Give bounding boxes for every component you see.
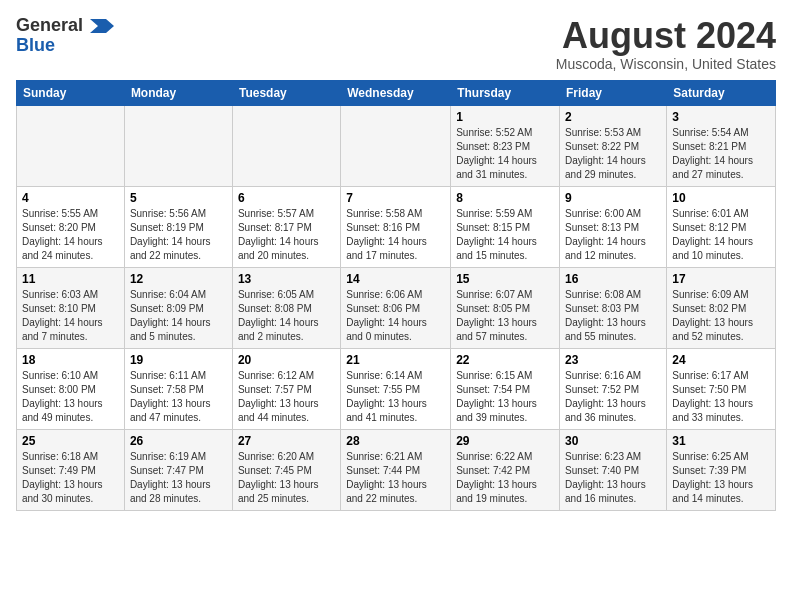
- calendar-cell: [17, 105, 125, 186]
- day-number: 24: [672, 353, 770, 367]
- calendar-cell: 27Sunrise: 6:20 AM Sunset: 7:45 PM Dayli…: [232, 429, 340, 510]
- day-number: 23: [565, 353, 661, 367]
- calendar-cell: [232, 105, 340, 186]
- day-info: Sunrise: 6:04 AM Sunset: 8:09 PM Dayligh…: [130, 288, 227, 344]
- day-info: Sunrise: 5:59 AM Sunset: 8:15 PM Dayligh…: [456, 207, 554, 263]
- day-info: Sunrise: 5:52 AM Sunset: 8:23 PM Dayligh…: [456, 126, 554, 182]
- day-number: 27: [238, 434, 335, 448]
- day-number: 3: [672, 110, 770, 124]
- day-number: 14: [346, 272, 445, 286]
- day-info: Sunrise: 6:03 AM Sunset: 8:10 PM Dayligh…: [22, 288, 119, 344]
- calendar-cell: 18Sunrise: 6:10 AM Sunset: 8:00 PM Dayli…: [17, 348, 125, 429]
- logo-blue: Blue: [16, 36, 55, 56]
- day-number: 17: [672, 272, 770, 286]
- logo-text: General: [16, 16, 114, 36]
- logo: General Blue: [16, 16, 114, 56]
- day-info: Sunrise: 6:25 AM Sunset: 7:39 PM Dayligh…: [672, 450, 770, 506]
- day-number: 31: [672, 434, 770, 448]
- day-header-thursday: Thursday: [451, 80, 560, 105]
- day-header-wednesday: Wednesday: [341, 80, 451, 105]
- calendar-cell: 1Sunrise: 5:52 AM Sunset: 8:23 PM Daylig…: [451, 105, 560, 186]
- day-info: Sunrise: 5:57 AM Sunset: 8:17 PM Dayligh…: [238, 207, 335, 263]
- day-number: 5: [130, 191, 227, 205]
- day-number: 6: [238, 191, 335, 205]
- calendar-cell: 19Sunrise: 6:11 AM Sunset: 7:58 PM Dayli…: [124, 348, 232, 429]
- day-info: Sunrise: 6:09 AM Sunset: 8:02 PM Dayligh…: [672, 288, 770, 344]
- calendar-header-row: SundayMondayTuesdayWednesdayThursdayFrid…: [17, 80, 776, 105]
- day-info: Sunrise: 6:14 AM Sunset: 7:55 PM Dayligh…: [346, 369, 445, 425]
- day-number: 21: [346, 353, 445, 367]
- day-info: Sunrise: 6:05 AM Sunset: 8:08 PM Dayligh…: [238, 288, 335, 344]
- calendar-cell: 2Sunrise: 5:53 AM Sunset: 8:22 PM Daylig…: [560, 105, 667, 186]
- day-info: Sunrise: 6:07 AM Sunset: 8:05 PM Dayligh…: [456, 288, 554, 344]
- day-info: Sunrise: 6:00 AM Sunset: 8:13 PM Dayligh…: [565, 207, 661, 263]
- day-info: Sunrise: 6:21 AM Sunset: 7:44 PM Dayligh…: [346, 450, 445, 506]
- day-number: 4: [22, 191, 119, 205]
- day-info: Sunrise: 6:08 AM Sunset: 8:03 PM Dayligh…: [565, 288, 661, 344]
- svg-marker-0: [90, 19, 114, 33]
- calendar-week-row: 18Sunrise: 6:10 AM Sunset: 8:00 PM Dayli…: [17, 348, 776, 429]
- day-number: 18: [22, 353, 119, 367]
- day-number: 29: [456, 434, 554, 448]
- calendar-cell: 14Sunrise: 6:06 AM Sunset: 8:06 PM Dayli…: [341, 267, 451, 348]
- calendar-cell: 28Sunrise: 6:21 AM Sunset: 7:44 PM Dayli…: [341, 429, 451, 510]
- calendar-cell: [341, 105, 451, 186]
- day-number: 19: [130, 353, 227, 367]
- calendar-cell: 20Sunrise: 6:12 AM Sunset: 7:57 PM Dayli…: [232, 348, 340, 429]
- calendar-cell: 8Sunrise: 5:59 AM Sunset: 8:15 PM Daylig…: [451, 186, 560, 267]
- day-number: 22: [456, 353, 554, 367]
- day-number: 1: [456, 110, 554, 124]
- calendar-cell: 4Sunrise: 5:55 AM Sunset: 8:20 PM Daylig…: [17, 186, 125, 267]
- day-header-friday: Friday: [560, 80, 667, 105]
- month-year: August 2024: [556, 16, 776, 56]
- day-number: 25: [22, 434, 119, 448]
- title-block: August 2024 Muscoda, Wisconsin, United S…: [556, 16, 776, 72]
- calendar-cell: 16Sunrise: 6:08 AM Sunset: 8:03 PM Dayli…: [560, 267, 667, 348]
- calendar-cell: 6Sunrise: 5:57 AM Sunset: 8:17 PM Daylig…: [232, 186, 340, 267]
- day-info: Sunrise: 6:18 AM Sunset: 7:49 PM Dayligh…: [22, 450, 119, 506]
- day-info: Sunrise: 6:01 AM Sunset: 8:12 PM Dayligh…: [672, 207, 770, 263]
- calendar-cell: 11Sunrise: 6:03 AM Sunset: 8:10 PM Dayli…: [17, 267, 125, 348]
- calendar-table: SundayMondayTuesdayWednesdayThursdayFrid…: [16, 80, 776, 511]
- calendar-week-row: 25Sunrise: 6:18 AM Sunset: 7:49 PM Dayli…: [17, 429, 776, 510]
- calendar-cell: 26Sunrise: 6:19 AM Sunset: 7:47 PM Dayli…: [124, 429, 232, 510]
- day-number: 15: [456, 272, 554, 286]
- calendar-cell: 23Sunrise: 6:16 AM Sunset: 7:52 PM Dayli…: [560, 348, 667, 429]
- calendar-cell: 21Sunrise: 6:14 AM Sunset: 7:55 PM Dayli…: [341, 348, 451, 429]
- day-header-sunday: Sunday: [17, 80, 125, 105]
- calendar-cell: 10Sunrise: 6:01 AM Sunset: 8:12 PM Dayli…: [667, 186, 776, 267]
- day-number: 16: [565, 272, 661, 286]
- calendar-body: 1Sunrise: 5:52 AM Sunset: 8:23 PM Daylig…: [17, 105, 776, 510]
- calendar-cell: 22Sunrise: 6:15 AM Sunset: 7:54 PM Dayli…: [451, 348, 560, 429]
- day-info: Sunrise: 6:10 AM Sunset: 8:00 PM Dayligh…: [22, 369, 119, 425]
- day-number: 30: [565, 434, 661, 448]
- day-info: Sunrise: 6:23 AM Sunset: 7:40 PM Dayligh…: [565, 450, 661, 506]
- day-number: 9: [565, 191, 661, 205]
- calendar-cell: 24Sunrise: 6:17 AM Sunset: 7:50 PM Dayli…: [667, 348, 776, 429]
- day-number: 26: [130, 434, 227, 448]
- day-header-saturday: Saturday: [667, 80, 776, 105]
- calendar-cell: 9Sunrise: 6:00 AM Sunset: 8:13 PM Daylig…: [560, 186, 667, 267]
- day-number: 28: [346, 434, 445, 448]
- calendar-cell: 29Sunrise: 6:22 AM Sunset: 7:42 PM Dayli…: [451, 429, 560, 510]
- location: Muscoda, Wisconsin, United States: [556, 56, 776, 72]
- day-info: Sunrise: 6:06 AM Sunset: 8:06 PM Dayligh…: [346, 288, 445, 344]
- day-number: 10: [672, 191, 770, 205]
- calendar-cell: 31Sunrise: 6:25 AM Sunset: 7:39 PM Dayli…: [667, 429, 776, 510]
- calendar-cell: [124, 105, 232, 186]
- page-header: General Blue August 2024 Muscoda, Wiscon…: [16, 16, 776, 72]
- calendar-cell: 3Sunrise: 5:54 AM Sunset: 8:21 PM Daylig…: [667, 105, 776, 186]
- day-info: Sunrise: 6:22 AM Sunset: 7:42 PM Dayligh…: [456, 450, 554, 506]
- day-number: 2: [565, 110, 661, 124]
- day-info: Sunrise: 5:54 AM Sunset: 8:21 PM Dayligh…: [672, 126, 770, 182]
- day-header-tuesday: Tuesday: [232, 80, 340, 105]
- day-info: Sunrise: 6:12 AM Sunset: 7:57 PM Dayligh…: [238, 369, 335, 425]
- day-number: 8: [456, 191, 554, 205]
- day-number: 12: [130, 272, 227, 286]
- day-number: 11: [22, 272, 119, 286]
- calendar-cell: 30Sunrise: 6:23 AM Sunset: 7:40 PM Dayli…: [560, 429, 667, 510]
- day-info: Sunrise: 5:53 AM Sunset: 8:22 PM Dayligh…: [565, 126, 661, 182]
- calendar-cell: 5Sunrise: 5:56 AM Sunset: 8:19 PM Daylig…: [124, 186, 232, 267]
- day-info: Sunrise: 6:15 AM Sunset: 7:54 PM Dayligh…: [456, 369, 554, 425]
- day-number: 20: [238, 353, 335, 367]
